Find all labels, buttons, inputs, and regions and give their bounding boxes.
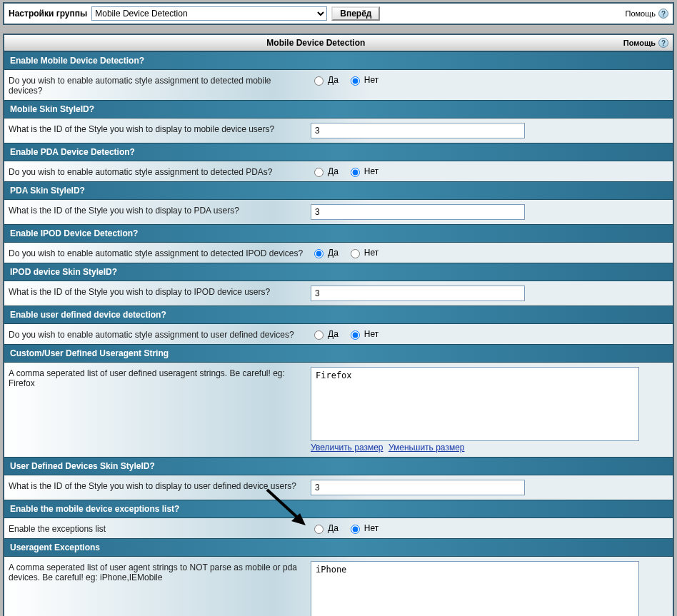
exceptions-textarea[interactable] [311,561,639,616]
section-head: Enable IPOD Device Detection? [4,224,673,243]
go-button[interactable]: Вперёд [331,6,380,21]
section-head: PDA Skin StyleID? [4,181,673,200]
panel-header: Mobile Device Detection Помощь ? [4,35,673,51]
group-settings-select[interactable]: Mobile Device Detection [91,6,327,21]
radio-yes[interactable]: Да [311,74,338,86]
panel-title: Mobile Device Detection [9,38,623,48]
help-icon: ? [658,9,668,19]
styleid-input[interactable] [311,204,525,220]
setting-row: What is the ID of the Style you wish to … [4,281,673,306]
section-head: Enable the mobile device exceptions list… [4,500,673,518]
section-head: Custom/User Defined Useragent String [4,344,673,363]
radio-yes[interactable]: Да [311,328,338,340]
setting-row: Do you wish to enable automatic style as… [4,161,673,181]
radio-no[interactable]: Нет [347,74,378,86]
section-head: IPOD device Skin StyleID? [4,263,673,281]
section-head: Useragent Exceptions [4,538,673,557]
radio-no[interactable]: Нет [347,247,378,258]
help-link-panel[interactable]: Помощь ? [623,38,668,48]
annotation-arrow-icon [263,487,313,530]
help-icon: ? [658,38,668,48]
section-head: Mobile Skin StyleID? [4,100,673,118]
top-bar: Настройки группы Mobile Device Detection… [3,2,674,25]
styleid-input[interactable] [311,286,525,301]
setting-row: Do you wish to enable automatic style as… [4,243,673,263]
styleid-input[interactable] [311,123,525,138]
setting-row: Do you wish to enable automatic style as… [4,324,673,344]
radio-yes[interactable]: Да [311,247,338,258]
setting-row: A comma seperated list of user agent str… [4,557,673,616]
radio-no[interactable]: Нет [347,328,378,340]
setting-row: What is the ID of the Style you wish to … [4,475,673,500]
radio-yes[interactable]: Да [311,522,338,534]
section-head: Enable Mobile Device Detection? [4,51,673,70]
useragent-textarea[interactable] [311,367,639,441]
setting-row: What is the ID of the Style you wish to … [4,118,673,143]
radio-yes[interactable]: Да [311,166,338,177]
group-settings-label: Настройки группы [9,9,87,19]
help-link-top[interactable]: Помощь ? [626,9,669,19]
shrink-link[interactable]: Уменьшить размер [388,443,465,453]
setting-row: What is the ID of the Style you wish to … [4,200,673,224]
enlarge-link[interactable]: Увеличить размер [311,443,383,453]
setting-row: Do you wish to enable automatic style as… [4,70,673,100]
setting-row: A comma seperated list of user defined u… [4,363,673,457]
setting-row: Enable the exceptions list Да Нет [4,518,673,538]
radio-no[interactable]: Нет [347,166,378,177]
settings-panel: Mobile Device Detection Помощь ? Enable … [3,34,674,616]
radio-no[interactable]: Нет [347,522,378,534]
section-head: User Defined Devices Skin StyleID? [4,457,673,475]
section-head: Enable PDA Device Detection? [4,143,673,161]
styleid-input[interactable] [311,480,525,495]
section-head: Enable user defined device detection? [4,306,673,324]
